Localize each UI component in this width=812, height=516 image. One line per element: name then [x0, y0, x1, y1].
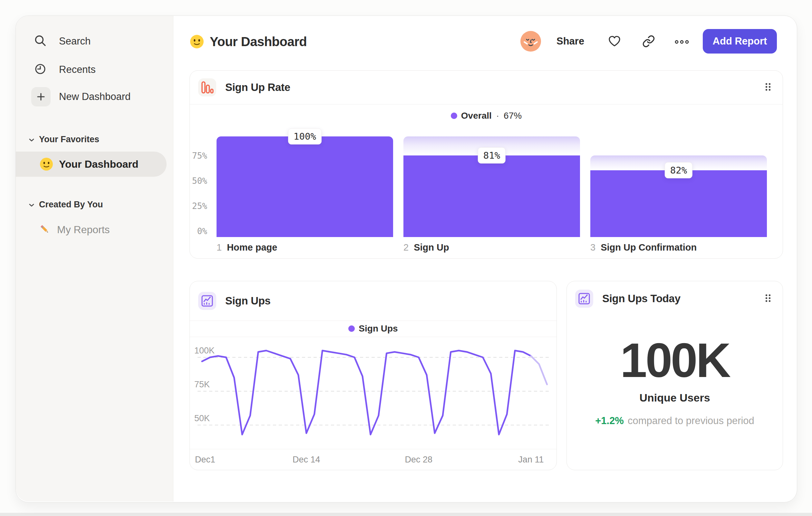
card-title: Sign Ups: [225, 295, 271, 307]
metric-body: 100K Unique Users +1.2% compared to prev…: [567, 336, 783, 427]
sidebar-item-label: My Reports: [57, 224, 110, 236]
sidebar-section-label: Created By You: [39, 200, 103, 210]
metric-value: 100K: [620, 336, 729, 384]
funnel-step-number: 1: [216, 242, 222, 253]
funnel-bar[interactable]: [403, 156, 580, 237]
card-header: Sign Ups: [190, 281, 556, 321]
smiley-emoji: [40, 157, 53, 171]
legend-value: 67%: [504, 111, 522, 121]
line-chart-icon: [575, 290, 593, 308]
more-icon[interactable]: [675, 39, 689, 45]
heart-icon[interactable]: [608, 35, 621, 49]
line-chart-plot: 100K75K50K: [190, 337, 556, 449]
funnel-step-label: 3Sign Up Confirmation: [590, 242, 697, 253]
line-legend[interactable]: Sign Ups: [190, 321, 556, 337]
line-x-tick: Dec 14: [293, 455, 320, 465]
funnel-bar[interactable]: [216, 136, 393, 237]
sidebar-item-label: Your Dashboard: [59, 158, 139, 170]
line-x-tick: Dec1: [195, 455, 215, 465]
funnel-bar[interactable]: [590, 170, 767, 237]
funnel-step-name: Sign Up: [414, 242, 449, 253]
funnel-y-tick: 25%: [192, 200, 207, 212]
recents-icon: [34, 62, 47, 77]
sidebar-item-my-reports[interactable]: My Reports: [39, 222, 110, 238]
svg-text:100K: 100K: [194, 346, 214, 355]
card-title: Sign Ups Today: [602, 293, 680, 305]
funnel-step-label: 1Home page: [216, 242, 277, 253]
funnel-step-number: 2: [403, 242, 409, 253]
line-x-axis: Dec1Dec 14Dec 28Jan 11: [190, 449, 556, 470]
metric-delta-row: +1.2% compared to previous period: [595, 415, 754, 427]
metric-delta-note: compared to previous period: [628, 415, 754, 427]
funnel-value-badge: 100%: [288, 128, 322, 144]
app-window: Search Recents New Dashboard Your Favori…: [16, 16, 797, 503]
share-button[interactable]: Share: [556, 31, 584, 51]
sign-ups-today-card: Sign Ups Today 100K Unique Users +1.2% c…: [567, 281, 783, 470]
page-bottom-strip: [0, 513, 812, 516]
page-title: Your Dashboard: [190, 31, 307, 52]
plus-icon: [31, 87, 51, 106]
legend-dot: [348, 325, 355, 332]
funnel-y-tick: 75%: [192, 150, 207, 162]
line-x-tick: Dec 28: [405, 455, 433, 465]
funnel-y-tick: 0%: [192, 225, 207, 237]
chevron-down-icon: [29, 200, 34, 210]
funnel-legend[interactable]: Overall · 67%: [190, 108, 783, 124]
line-x-tick: Jan 11: [518, 455, 544, 465]
sidebar-item-new-dashboard[interactable]: New Dashboard: [31, 87, 130, 106]
sidebar-item-search[interactable]: Search: [34, 34, 91, 49]
legend-dot: [451, 113, 457, 119]
svg-text:75K: 75K: [194, 380, 210, 389]
pencil-emoji: [39, 223, 51, 236]
legend-label: Sign Ups: [359, 323, 398, 334]
funnel-step-label: 2Sign Up: [403, 242, 449, 253]
chevron-down-icon: [29, 134, 34, 144]
drag-handle-icon[interactable]: [765, 294, 771, 304]
sidebar-section-your-favorites[interactable]: Your Favorites: [29, 133, 99, 146]
metric-delta: +1.2%: [595, 415, 624, 427]
svg-text:50K: 50K: [194, 413, 210, 423]
card-title: Sign Up Rate: [225, 81, 290, 93]
legend-label: Overall: [461, 111, 492, 121]
page-title-text: Your Dashboard: [210, 34, 307, 49]
sidebar-item-your-dashboard[interactable]: Your Dashboard: [16, 152, 167, 177]
metric-label: Unique Users: [639, 391, 710, 404]
sidebar-item-recents[interactable]: Recents: [34, 62, 96, 77]
card-header: Sign Ups Today: [567, 281, 783, 316]
funnel-value-badge: 81%: [478, 147, 505, 164]
bar-chart-icon: [198, 78, 216, 97]
funnel-step-name: Sign Up Confirmation: [601, 242, 697, 253]
sidebar-section-label: Your Favorites: [39, 134, 99, 144]
line-chart-icon: [198, 292, 216, 310]
legend-separator: ·: [496, 111, 499, 121]
sidebar-section-created-by-you[interactable]: Created By You: [29, 198, 103, 211]
sign-up-rate-card: Sign Up Rate Overall · 67% 75%50%25%0%10…: [190, 70, 783, 259]
add-report-button[interactable]: Add Report: [703, 29, 777, 54]
funnel-y-tick: 50%: [192, 175, 207, 187]
search-icon: [34, 34, 47, 48]
avatar[interactable]: [520, 31, 541, 52]
sidebar-item-label: New Dashboard: [59, 91, 130, 103]
drag-handle-icon[interactable]: [765, 83, 771, 92]
sidebar: Search Recents New Dashboard Your Favori…: [16, 16, 173, 501]
link-icon[interactable]: [642, 35, 655, 49]
sidebar-item-label: Recents: [59, 64, 96, 76]
smiley-emoji: [190, 34, 204, 49]
card-header: Sign Up Rate: [190, 71, 783, 105]
sidebar-item-label: Search: [59, 35, 91, 47]
sign-ups-card: Sign Ups Sign Ups 100K75K50K Dec1Dec 14D…: [190, 281, 557, 470]
funnel-step-name: Home page: [227, 242, 277, 253]
funnel-step-number: 3: [590, 242, 596, 253]
funnel-value-badge: 82%: [665, 162, 692, 178]
